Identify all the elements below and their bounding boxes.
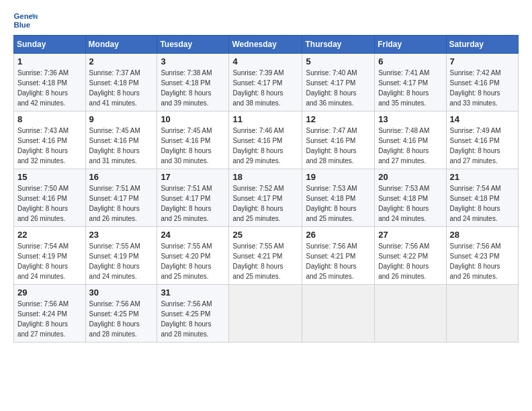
day-number: 1	[17, 56, 82, 66]
day-number: 15	[17, 172, 82, 182]
day-info: Sunrise: 7:36 AM Sunset: 4:18 PM Dayligh…	[17, 68, 82, 108]
calendar-cell: 18Sunrise: 7:52 AM Sunset: 4:17 PM Dayli…	[229, 169, 302, 227]
calendar-cell: 31Sunrise: 7:56 AM Sunset: 4:25 PM Dayli…	[157, 285, 229, 342]
day-info: Sunrise: 7:49 AM Sunset: 4:16 PM Dayligh…	[450, 126, 515, 166]
day-number: 31	[161, 287, 225, 298]
day-info: Sunrise: 7:52 AM Sunset: 4:17 PM Dayligh…	[232, 183, 298, 224]
weekday-header-saturday: Saturday	[446, 36, 518, 54]
day-number: 21	[450, 172, 515, 182]
calendar-week-row: 15Sunrise: 7:50 AM Sunset: 4:16 PM Dayli…	[14, 169, 519, 227]
day-number: 7	[450, 56, 515, 66]
calendar-cell: 28Sunrise: 7:56 AM Sunset: 4:23 PM Dayli…	[446, 227, 518, 285]
calendar-cell: 12Sunrise: 7:47 AM Sunset: 4:16 PM Dayli…	[302, 111, 375, 169]
weekday-header-row: SundayMondayTuesdayWednesdayThursdayFrid…	[14, 36, 519, 54]
calendar-week-row: 29Sunrise: 7:56 AM Sunset: 4:24 PM Dayli…	[14, 285, 519, 342]
calendar-cell: 2Sunrise: 7:37 AM Sunset: 4:18 PM Daylig…	[85, 54, 157, 111]
calendar-cell	[229, 285, 302, 342]
day-number: 2	[89, 56, 154, 66]
day-number: 11	[232, 114, 298, 124]
logo-icon: General Blue	[13, 11, 38, 30]
day-info: Sunrise: 7:53 AM Sunset: 4:18 PM Dayligh…	[378, 183, 442, 224]
calendar-cell: 30Sunrise: 7:56 AM Sunset: 4:25 PM Dayli…	[85, 285, 157, 342]
calendar-cell	[446, 285, 518, 342]
day-number: 10	[161, 114, 225, 124]
calendar-week-row: 1Sunrise: 7:36 AM Sunset: 4:18 PM Daylig…	[14, 54, 519, 111]
weekday-header-wednesday: Wednesday	[229, 36, 302, 54]
day-info: Sunrise: 7:55 AM Sunset: 4:20 PM Dayligh…	[161, 241, 225, 281]
calendar-cell: 3Sunrise: 7:38 AM Sunset: 4:18 PM Daylig…	[157, 54, 229, 111]
day-number: 6	[378, 56, 442, 66]
svg-text:Blue: Blue	[14, 21, 31, 29]
day-info: Sunrise: 7:51 AM Sunset: 4:17 PM Dayligh…	[89, 183, 154, 224]
day-number: 4	[232, 56, 298, 66]
calendar-cell: 26Sunrise: 7:56 AM Sunset: 4:21 PM Dayli…	[302, 227, 375, 285]
day-number: 20	[378, 172, 442, 182]
day-number: 23	[89, 230, 154, 240]
day-number: 29	[17, 287, 82, 298]
day-info: Sunrise: 7:56 AM Sunset: 4:24 PM Dayligh…	[17, 299, 82, 339]
calendar-cell: 9Sunrise: 7:45 AM Sunset: 4:16 PM Daylig…	[85, 111, 157, 169]
calendar-cell	[302, 285, 375, 342]
day-info: Sunrise: 7:55 AM Sunset: 4:21 PM Dayligh…	[232, 241, 298, 281]
day-info: Sunrise: 7:53 AM Sunset: 4:18 PM Dayligh…	[306, 183, 371, 224]
day-info: Sunrise: 7:38 AM Sunset: 4:18 PM Dayligh…	[161, 68, 225, 108]
calendar-cell: 27Sunrise: 7:56 AM Sunset: 4:22 PM Dayli…	[375, 227, 446, 285]
day-number: 3	[161, 56, 225, 66]
weekday-header-monday: Monday	[85, 36, 157, 54]
calendar-cell: 16Sunrise: 7:51 AM Sunset: 4:17 PM Dayli…	[85, 169, 157, 227]
day-number: 5	[306, 56, 371, 66]
calendar-cell: 22Sunrise: 7:54 AM Sunset: 4:19 PM Dayli…	[14, 227, 86, 285]
day-info: Sunrise: 7:56 AM Sunset: 4:23 PM Dayligh…	[450, 241, 515, 281]
day-number: 19	[306, 172, 371, 182]
calendar-cell: 1Sunrise: 7:36 AM Sunset: 4:18 PM Daylig…	[14, 54, 86, 111]
calendar-cell: 15Sunrise: 7:50 AM Sunset: 4:16 PM Dayli…	[14, 169, 86, 227]
day-number: 28	[450, 230, 515, 240]
day-info: Sunrise: 7:46 AM Sunset: 4:16 PM Dayligh…	[232, 126, 298, 166]
day-number: 9	[89, 114, 154, 124]
calendar-table: SundayMondayTuesdayWednesdayThursdayFrid…	[13, 35, 519, 342]
day-number: 24	[161, 230, 225, 240]
calendar-cell: 5Sunrise: 7:40 AM Sunset: 4:17 PM Daylig…	[302, 54, 375, 111]
calendar-cell: 19Sunrise: 7:53 AM Sunset: 4:18 PM Dayli…	[302, 169, 375, 227]
day-info: Sunrise: 7:42 AM Sunset: 4:16 PM Dayligh…	[450, 68, 515, 108]
day-info: Sunrise: 7:43 AM Sunset: 4:16 PM Dayligh…	[17, 126, 82, 166]
calendar-cell: 6Sunrise: 7:41 AM Sunset: 4:17 PM Daylig…	[375, 54, 446, 111]
day-number: 26	[306, 230, 371, 240]
day-number: 12	[306, 114, 371, 124]
weekday-header-thursday: Thursday	[302, 36, 375, 54]
calendar-cell: 21Sunrise: 7:54 AM Sunset: 4:18 PM Dayli…	[446, 169, 518, 227]
day-info: Sunrise: 7:56 AM Sunset: 4:25 PM Dayligh…	[89, 299, 154, 339]
calendar-cell: 4Sunrise: 7:39 AM Sunset: 4:17 PM Daylig…	[229, 54, 302, 111]
day-info: Sunrise: 7:48 AM Sunset: 4:16 PM Dayligh…	[378, 126, 442, 166]
weekday-header-friday: Friday	[375, 36, 446, 54]
weekday-header-tuesday: Tuesday	[157, 36, 229, 54]
day-info: Sunrise: 7:40 AM Sunset: 4:17 PM Dayligh…	[306, 68, 371, 108]
day-number: 22	[17, 230, 82, 240]
day-info: Sunrise: 7:47 AM Sunset: 4:16 PM Dayligh…	[306, 126, 371, 166]
day-number: 8	[17, 114, 82, 124]
calendar-cell: 10Sunrise: 7:45 AM Sunset: 4:16 PM Dayli…	[157, 111, 229, 169]
day-number: 16	[89, 172, 154, 182]
day-info: Sunrise: 7:45 AM Sunset: 4:16 PM Dayligh…	[161, 126, 225, 166]
day-number: 25	[232, 230, 298, 240]
day-info: Sunrise: 7:50 AM Sunset: 4:16 PM Dayligh…	[17, 183, 82, 224]
logo: General Blue	[13, 11, 38, 30]
calendar-cell: 25Sunrise: 7:55 AM Sunset: 4:21 PM Dayli…	[229, 227, 302, 285]
day-info: Sunrise: 7:45 AM Sunset: 4:16 PM Dayligh…	[89, 126, 154, 166]
page-header: General Blue	[13, 11, 519, 30]
day-info: Sunrise: 7:51 AM Sunset: 4:17 PM Dayligh…	[161, 183, 225, 224]
calendar-cell: 29Sunrise: 7:56 AM Sunset: 4:24 PM Dayli…	[14, 285, 86, 342]
day-number: 17	[161, 172, 225, 182]
calendar-cell: 8Sunrise: 7:43 AM Sunset: 4:16 PM Daylig…	[14, 111, 86, 169]
calendar-cell: 14Sunrise: 7:49 AM Sunset: 4:16 PM Dayli…	[446, 111, 518, 169]
day-info: Sunrise: 7:56 AM Sunset: 4:22 PM Dayligh…	[378, 241, 442, 281]
day-info: Sunrise: 7:56 AM Sunset: 4:25 PM Dayligh…	[161, 299, 225, 339]
calendar-cell: 13Sunrise: 7:48 AM Sunset: 4:16 PM Dayli…	[375, 111, 446, 169]
day-info: Sunrise: 7:39 AM Sunset: 4:17 PM Dayligh…	[232, 68, 298, 108]
day-info: Sunrise: 7:54 AM Sunset: 4:19 PM Dayligh…	[17, 241, 82, 281]
calendar-cell	[375, 285, 446, 342]
calendar-cell: 23Sunrise: 7:55 AM Sunset: 4:19 PM Dayli…	[85, 227, 157, 285]
day-info: Sunrise: 7:56 AM Sunset: 4:21 PM Dayligh…	[306, 241, 371, 281]
weekday-header-sunday: Sunday	[14, 36, 86, 54]
day-info: Sunrise: 7:55 AM Sunset: 4:19 PM Dayligh…	[89, 241, 154, 281]
